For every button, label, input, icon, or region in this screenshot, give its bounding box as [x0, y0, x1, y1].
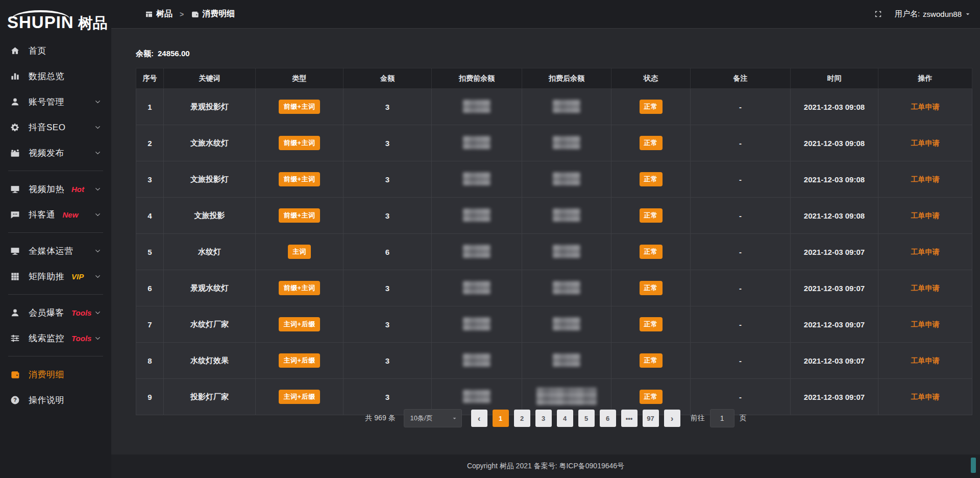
page-button-4[interactable]: 4 [557, 410, 573, 427]
breadcrumb-label: 树品 [156, 9, 173, 19]
balance-before-blur [463, 281, 491, 294]
consumption-table-wrap: 序号关键词类型金额扣费前余额扣费后余额状态备注时间操作 1景观投影灯前缀+主词3… [136, 68, 972, 415]
balance-before-cell [432, 343, 522, 379]
balance-after-cell [522, 343, 611, 379]
status-cell: 正常 [611, 198, 691, 234]
status-badge: 正常 [640, 317, 663, 331]
sidebar-item-抖客通[interactable]: 抖客通New [0, 202, 111, 227]
status-cell: 正常 [611, 234, 691, 270]
type-badge: 主词 [288, 245, 311, 259]
sidebar-item-label: 账号管理 [29, 96, 64, 108]
balance-before-cell [432, 89, 522, 125]
work-order-link[interactable]: 工单申请 [911, 103, 940, 111]
remark-cell: - [691, 234, 791, 270]
action-cell: 工单申请 [878, 125, 972, 161]
sidebar-item-label: 视频发布 [29, 147, 64, 159]
status-badge: 正常 [640, 281, 663, 295]
sidebar-item-首页[interactable]: 首页 [0, 38, 111, 63]
sidebar-item-label: 视频加热 [29, 183, 64, 195]
page-button-6[interactable]: 6 [600, 410, 616, 427]
keyword-cell: 水纹灯厂家 [164, 306, 256, 343]
work-order-link[interactable]: 工单申请 [911, 356, 940, 365]
sidebar-item-label: 抖客通 [29, 209, 56, 221]
balance-value: 24856.00 [158, 49, 190, 58]
side-widget[interactable] [971, 458, 976, 473]
table-row: 6景观水纹灯前缀+主词3正常-2021-12-03 09:07工单申请 [136, 270, 972, 306]
type-badge: 前缀+主词 [279, 208, 320, 223]
column-header-状态: 状态 [611, 68, 691, 89]
balance-before-cell [432, 306, 522, 343]
sidebar-item-数据总览[interactable]: 数据总览 [0, 63, 111, 89]
type-badge: 前缀+主词 [279, 136, 320, 150]
column-header-备注: 备注 [691, 68, 791, 89]
logo: SHUPIN 树品 [0, 0, 111, 31]
work-order-link[interactable]: 工单申请 [911, 320, 940, 328]
sidebar-item-矩阵助推[interactable]: 矩阵助推VIP [0, 264, 111, 289]
balance-before-blur [463, 100, 491, 113]
action-cell: 工单申请 [878, 270, 972, 306]
page-ellipsis-button[interactable]: ••• [621, 410, 638, 427]
status-cell: 正常 [611, 306, 691, 343]
balance-after-blur [553, 208, 580, 222]
chevron-down-icon [965, 11, 971, 17]
clapper-icon [10, 148, 20, 158]
row-index: 5 [136, 234, 164, 270]
sidebar-item-label: 操作说明 [29, 394, 64, 406]
breadcrumb-item-current[interactable]: 消费明细 [191, 9, 235, 19]
row-index: 1 [136, 89, 164, 125]
sidebar-item-抖音SEO[interactable]: 抖音SEO [0, 114, 111, 140]
balance-before-blur [463, 245, 491, 258]
chat-icon [10, 209, 20, 220]
page-button-2[interactable]: 2 [514, 410, 530, 427]
work-order-link[interactable]: 工单申请 [911, 211, 940, 220]
fullscreen-icon[interactable] [874, 10, 883, 18]
page-button-1[interactable]: 1 [493, 410, 509, 427]
column-header-序号: 序号 [136, 68, 164, 89]
type-cell: 前缀+主词 [256, 89, 344, 125]
balance-before-blur [463, 136, 491, 149]
balance-before-cell [432, 270, 522, 306]
work-order-link[interactable]: 工单申请 [911, 393, 940, 401]
topbar-right: 用户名: zswodun88 [874, 9, 980, 19]
type-badge: 主词+后缀 [279, 390, 320, 404]
user-dropdown[interactable]: 用户名: zswodun88 [895, 9, 971, 19]
type-badge: 主词+后缀 [279, 353, 320, 368]
page-button-97[interactable]: 97 [643, 410, 659, 427]
sidebar-item-消费明细[interactable]: 消费明细 [0, 362, 111, 387]
sidebar-item-全媒体运营[interactable]: 全媒体运营 [0, 238, 111, 264]
work-order-link[interactable]: 工单申请 [911, 175, 940, 183]
sidebar-item-操作说明[interactable]: ?操作说明 [0, 387, 111, 413]
chevron-down-icon [94, 335, 101, 342]
page-size-value: 10条/页 [410, 414, 433, 423]
status-badge: 正常 [640, 390, 663, 404]
row-index: 2 [136, 125, 164, 161]
page-button-3[interactable]: 3 [535, 410, 552, 427]
page-button-5[interactable]: 5 [578, 410, 595, 427]
work-order-link[interactable]: 工单申请 [911, 284, 940, 292]
sidebar-item-线索监控[interactable]: 线索监控Tools [0, 325, 111, 351]
breadcrumb-item-home[interactable]: 树品 [145, 9, 173, 19]
sidebar-divider [8, 356, 103, 356]
next-page-button[interactable]: › [664, 410, 680, 427]
sidebar-item-badge: Tools [71, 308, 91, 317]
time-cell: 2021-12-03 09:07 [791, 234, 878, 270]
goto-page-input[interactable] [710, 409, 734, 427]
sidebar-item-账号管理[interactable]: 账号管理 [0, 89, 111, 114]
prev-page-button[interactable]: ‹ [471, 410, 487, 427]
balance-before-blur [463, 353, 491, 367]
balance-before-blur [463, 172, 491, 185]
sidebar-item-视频加热[interactable]: 视频加热Hot [0, 176, 111, 202]
work-order-link[interactable]: 工单申请 [911, 139, 940, 147]
sidebar-item-label: 首页 [29, 45, 46, 57]
page-size-select[interactable]: 10条/页 [404, 409, 462, 427]
bar-chart-icon [10, 71, 20, 81]
action-cell: 工单申请 [878, 343, 972, 379]
row-index: 6 [136, 270, 164, 306]
sidebar-item-视频发布[interactable]: 视频发布 [0, 140, 111, 165]
balance-after-cell [522, 198, 611, 234]
sidebar-item-会员爆客[interactable]: 会员爆客Tools [0, 300, 111, 325]
work-order-link[interactable]: 工单申请 [911, 248, 940, 256]
table-body: 1景观投影灯前缀+主词3正常-2021-12-03 09:08工单申请2文旅水纹… [136, 89, 972, 415]
sidebar-item-badge: Tools [71, 334, 91, 343]
remark-cell: - [691, 343, 791, 379]
